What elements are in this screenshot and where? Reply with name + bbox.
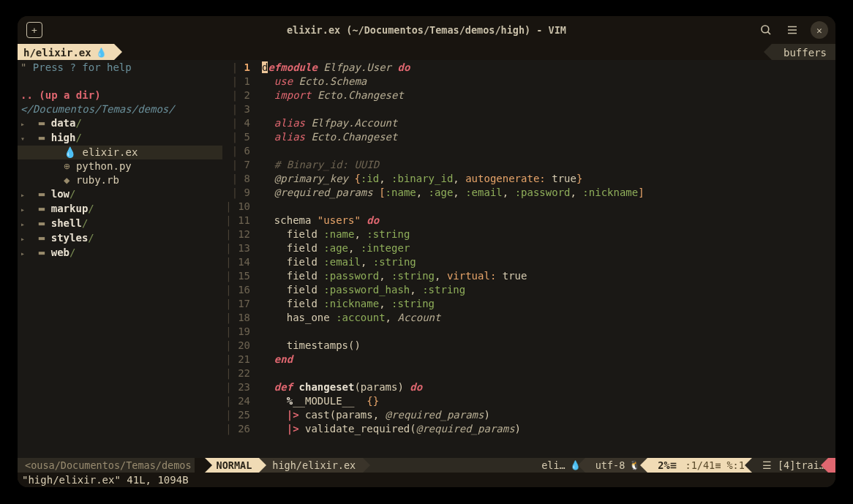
tree-file-python.py[interactable]: ⊕ python.py — [18, 159, 222, 173]
status-area: <ousa/Documentos/Temas/demos NORMAL high… — [18, 458, 835, 487]
tree-updir[interactable]: .. (up a dir) — [18, 89, 222, 102]
code-line: field :age, :integer — [262, 241, 835, 255]
tree-dir-data[interactable]: ▸ ▬ data/ — [18, 116, 222, 131]
code-line — [262, 144, 835, 158]
tree-root: </Documentos/Temas/demos/ — [18, 102, 222, 116]
tree-dir-markup[interactable]: ▸ ▬ markup/ — [18, 202, 222, 217]
elixir-drop-icon: 💧 — [96, 48, 107, 58]
menu-icon[interactable] — [784, 22, 800, 38]
tabline: h/elixir.ex 💧 buffers — [18, 44, 835, 60]
code-line — [262, 200, 835, 214]
line-icon: ☰ — [670, 462, 675, 470]
code-line: alias Ecto.Changeset — [262, 130, 835, 144]
tree-dir-styles[interactable]: ▸ ▬ styles/ — [18, 231, 222, 246]
gutter: | 1| 1| 2| 3| 4| 5| 6| 7| 8| 9| 10| 11| … — [222, 60, 255, 458]
window-title: elixir.ex (~/Documentos/Temas/demos/high… — [18, 24, 835, 36]
code-line: alias Elfpay.Account — [262, 116, 835, 130]
code-line — [262, 366, 835, 380]
main-split: " Press ? for help .. (up a dir) </Docum… — [18, 60, 835, 458]
tree-dir-shell[interactable]: ▸ ▬ shell/ — [18, 217, 222, 231]
code-line: defmodule Elfpay.User do — [262, 61, 835, 75]
status-gap — [195, 458, 205, 473]
editor[interactable]: | 1| 1| 2| 3| 4| 5| 6| 7| 8| 9| 10| 11| … — [222, 60, 835, 458]
tree-dir-web[interactable]: ▸ ▬ web/ — [18, 246, 222, 260]
status-position: :1/41≡ %:1 — [683, 458, 752, 473]
tree-file-ruby.rb[interactable]: ◆ ruby.rb — [18, 173, 222, 187]
code-line: %__MODULE__ {} — [262, 394, 835, 408]
code-line: field :password_hash, :string — [262, 283, 835, 297]
code-line: field :email, :string — [262, 255, 835, 269]
status-percent: 2% ☰ — [647, 458, 682, 473]
code-line: import Ecto.Changeset — [262, 89, 835, 102]
tree-file-elixir.ex[interactable]: 💧 elixir.ex — [18, 146, 222, 159]
svg-point-0 — [762, 26, 769, 33]
code-line: # Binary_id: UUID — [262, 158, 835, 172]
code-line: @primary_key {:id, :binary_id, autogener… — [262, 172, 835, 186]
new-tab-button[interactable]: + — [26, 22, 42, 38]
code-line: @required_params [:name, :age, :email, :… — [262, 186, 835, 200]
file-tree[interactable]: " Press ? for help .. (up a dir) </Docum… — [18, 60, 222, 458]
tree-dir-low[interactable]: ▸ ▬ low/ — [18, 187, 222, 202]
tab-label: h/elixir.ex — [23, 47, 91, 59]
code-line: field :nickname, :string — [262, 297, 835, 311]
code-line: field :password, :string, virtual: true — [262, 269, 835, 283]
linux-icon: 🐧 — [629, 460, 640, 470]
code-line: |> cast(params, @required_params) — [262, 408, 835, 422]
close-button[interactable]: ✕ — [811, 21, 828, 39]
code-line — [262, 102, 835, 116]
status-mode: NORMAL — [205, 458, 260, 473]
status-mid — [363, 458, 534, 473]
status-encoding: utf-8 🐧 — [585, 458, 648, 473]
status-trailing: ☰ [4]trai… — [752, 458, 828, 473]
titlebar: + elixir.ex (~/Documentos/Temas/demos/hi… — [18, 16, 835, 44]
terminal-window: + elixir.ex (~/Documentos/Temas/demos/hi… — [18, 16, 835, 487]
tree-dir-high[interactable]: ▾ ▬ high/ — [18, 131, 222, 146]
command-line[interactable]: "high/elixir.ex" 41L, 1094B — [18, 473, 835, 487]
tree-blank — [18, 75, 222, 89]
tab-active[interactable]: h/elixir.ex 💧 — [18, 44, 114, 60]
code-line: has_one :account, Account — [262, 311, 835, 325]
status-warning-flag — [828, 458, 835, 473]
code-line: field :name, :string — [262, 227, 835, 241]
status-tree-path: <ousa/Documentos/Temas/demos — [18, 458, 195, 473]
code-line: use Ecto.Schema — [262, 75, 835, 89]
code-line: |> validate_required(@required_params) — [262, 422, 835, 436]
status-file: high/elixir.ex — [259, 458, 363, 473]
tree-help: " Press ? for help — [18, 61, 222, 75]
svg-line-1 — [767, 31, 770, 34]
code-line — [262, 325, 835, 339]
code-line: timestamps() — [262, 339, 835, 353]
code-line: def changeset(params) do — [262, 380, 835, 394]
tabline-spacer — [114, 44, 772, 60]
code-line: schema "users" do — [262, 214, 835, 227]
buffers-indicator[interactable]: buffers — [772, 44, 835, 60]
code-line: end — [262, 353, 835, 366]
statusline: <ousa/Documentos/Temas/demos NORMAL high… — [18, 458, 835, 473]
code-area[interactable]: defmodule Elfpay.User do use Ecto.Schema… — [255, 60, 835, 458]
search-icon[interactable] — [758, 22, 774, 38]
